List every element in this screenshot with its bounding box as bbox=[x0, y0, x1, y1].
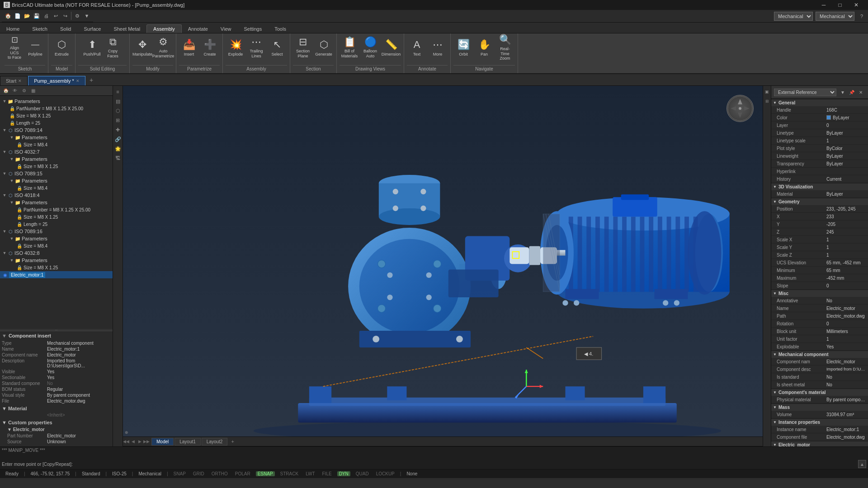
tree-item[interactable]: 🔒 Size = M8 X 1.25 bbox=[0, 213, 113, 221]
layout-nav-first[interactable]: ◀◀ bbox=[123, 438, 129, 445]
select-button[interactable]: ↖ Select bbox=[267, 35, 287, 60]
constraint-icon-button[interactable]: 🔗 bbox=[114, 135, 122, 143]
tree-item[interactable]: ▼ ⬡ ISO 7089:16 bbox=[0, 228, 113, 235]
maximize-button[interactable]: □ bbox=[832, 0, 848, 10]
view-panel-button[interactable]: ⊞ bbox=[763, 97, 771, 105]
redo-button[interactable]: ↪ bbox=[61, 11, 70, 20]
tab-view[interactable]: View bbox=[214, 25, 238, 33]
snap-icon-button[interactable]: ✚ bbox=[114, 126, 122, 134]
status-snap[interactable]: SNAP bbox=[172, 471, 188, 476]
compass-widget[interactable] bbox=[726, 95, 754, 122]
prop-section-electricmotor[interactable]: ▼ Electric_motor bbox=[771, 441, 868, 446]
layout-nav-next[interactable]: ▶ bbox=[137, 438, 143, 445]
tab-sheet-metal[interactable]: Sheet Metal bbox=[107, 25, 146, 33]
polyline-button[interactable]: — Polyline bbox=[25, 35, 45, 60]
tree-item[interactable]: ▼ 📁 Parameters bbox=[0, 235, 113, 242]
status-file[interactable]: FILE bbox=[321, 471, 334, 476]
workspace-dropdown[interactable]: Mechanical bbox=[774, 12, 813, 21]
layout-nav-last[interactable]: ▶▶ bbox=[143, 438, 150, 445]
tree-item[interactable]: 🔒 Size = M8 X 1.25 bbox=[0, 264, 113, 271]
tab-home[interactable]: Home bbox=[0, 25, 26, 33]
tree-item[interactable]: 🔒 Size = M8 X 1.25 bbox=[0, 163, 113, 170]
props-options-button[interactable]: ▼ bbox=[838, 88, 847, 97]
layout-nav-prev[interactable]: ◀ bbox=[130, 438, 136, 445]
properties-dropdown[interactable]: External Reference bbox=[774, 89, 836, 96]
status-esnap[interactable]: ESNAP bbox=[256, 471, 275, 476]
layout-tab-model[interactable]: Model bbox=[151, 438, 174, 446]
status-mechanical[interactable]: Mechanical bbox=[137, 471, 163, 476]
tree-item[interactable]: 🔒 Size = M8.4 bbox=[0, 242, 113, 249]
prop-section-general[interactable]: ▼ General bbox=[771, 99, 868, 106]
new-button[interactable]: 📄 bbox=[13, 11, 22, 20]
text-button[interactable]: A Text bbox=[407, 35, 427, 60]
prop-section-misc[interactable]: ▼ Misc bbox=[771, 290, 868, 297]
status-grid[interactable]: GRID bbox=[191, 471, 206, 476]
tree-item[interactable]: ▼ 📁 Parameters bbox=[0, 155, 113, 163]
tree-item[interactable]: 🔒 Size = M8.4 bbox=[0, 141, 113, 148]
tree-item[interactable]: ▼ ⬡ ISO 7089:14 bbox=[0, 127, 113, 134]
extrude-button[interactable]: ⬡ Extrude bbox=[52, 35, 72, 60]
tree-item[interactable]: 🔒 Size = M8 X 1.25 bbox=[0, 112, 113, 119]
prop-section-instance[interactable]: ▼ Instance properties bbox=[771, 418, 868, 426]
home-button[interactable]: 🏠 bbox=[4, 11, 13, 20]
insert-button[interactable]: 📥 Insert bbox=[179, 35, 199, 60]
status-ortho[interactable]: ORTHO bbox=[210, 471, 230, 476]
tab-start[interactable]: Start ✕ bbox=[0, 76, 28, 85]
align-ucs-button[interactable]: ⊡ Align UCSto Face bbox=[5, 35, 24, 60]
tree-item-electric-motor[interactable]: ◉ Electric_motor:1 bbox=[0, 271, 113, 278]
manipulate-button[interactable]: ✥ Manipulate bbox=[132, 35, 152, 60]
tab-solid[interactable]: Solid bbox=[54, 25, 77, 33]
pan-button[interactable]: ✋ Pan bbox=[474, 35, 494, 60]
tab-tools[interactable]: Tools bbox=[268, 25, 292, 33]
status-lwt[interactable]: LWT bbox=[304, 471, 316, 476]
push-pull-button[interactable]: ⬆ Push/Pull bbox=[82, 35, 102, 60]
tree-item[interactable]: ▼ 📁 Parameters bbox=[0, 134, 113, 141]
settings-button[interactable]: ⚙ bbox=[73, 11, 82, 20]
tree-home-button[interactable]: 🏠 bbox=[2, 87, 10, 95]
tree-item[interactable]: ▼ ⬡ ISO 7089:15 bbox=[0, 170, 113, 177]
block-icon-button[interactable]: ⬡ bbox=[114, 107, 122, 115]
structure-icon-button[interactable]: 🏗 bbox=[114, 154, 122, 162]
layer-icon-button[interactable]: ▤ bbox=[114, 97, 122, 105]
help-button[interactable]: ? bbox=[857, 12, 866, 21]
tab-pump-assembly[interactable]: Pump_assembly * ✕ bbox=[28, 76, 85, 85]
viewport[interactable]: ◀ 4. bbox=[123, 86, 763, 436]
generate-button[interactable]: ⬡ Generate bbox=[314, 35, 334, 60]
tree-item[interactable]: ▼ ⬡ ISO 4032:7 bbox=[0, 148, 113, 155]
status-iso25[interactable]: ISO-25 bbox=[110, 471, 128, 476]
prop-section-geometry[interactable]: ▼ Geometry bbox=[771, 198, 868, 205]
tab-assembly[interactable]: Assembly bbox=[146, 24, 182, 33]
tab-settings[interactable]: Settings bbox=[237, 25, 268, 33]
copy-faces-button[interactable]: ⧉ CopyFaces bbox=[103, 35, 123, 60]
dimension-button[interactable]: 📏 Dimension bbox=[381, 35, 401, 60]
tree-item[interactable]: 🔒 Length = 25 bbox=[0, 119, 113, 127]
render-icon-button[interactable]: 🌟 bbox=[114, 145, 122, 153]
more-annotate-button[interactable]: ⋯ More bbox=[428, 35, 448, 60]
customize-button[interactable]: ▼ bbox=[82, 11, 91, 20]
open-button[interactable]: 📂 bbox=[23, 11, 32, 20]
prop-section-3dvis[interactable]: ▼ 3D Visualization bbox=[771, 183, 868, 190]
layout-tab-add[interactable]: + bbox=[228, 438, 236, 445]
close-button[interactable]: ✕ bbox=[848, 0, 864, 10]
tree-item[interactable]: 🔒 Size = M8.4 bbox=[0, 184, 113, 192]
status-polar[interactable]: POLAR bbox=[233, 471, 252, 476]
tree-item[interactable]: ▼ 📁 Parameters bbox=[0, 177, 113, 184]
tab-start-close[interactable]: ✕ bbox=[18, 79, 22, 83]
tree-item[interactable]: 🔒 Length = 25 bbox=[0, 221, 113, 228]
tree-item[interactable]: ▼ ⬡ ISO 4018:4 bbox=[0, 192, 113, 199]
tab-add-button[interactable]: + bbox=[86, 75, 97, 85]
status-standard[interactable]: Standard bbox=[80, 471, 102, 476]
tab-surface[interactable]: Surface bbox=[77, 25, 107, 33]
tab-annotate[interactable]: Annotate bbox=[182, 25, 214, 33]
print-button[interactable]: 🖨 bbox=[42, 11, 51, 20]
status-lockup[interactable]: LOCKUP bbox=[374, 471, 396, 476]
props-close-button[interactable]: ✕ bbox=[856, 88, 865, 97]
tree-item[interactable]: 🔒 PartNumber = M8 X 1.25 X 25.00 bbox=[0, 105, 113, 112]
layout-tab-layout1[interactable]: Layout1 bbox=[175, 438, 201, 446]
explode-button[interactable]: 💥 Explode bbox=[226, 35, 245, 60]
tree-item[interactable]: ▼ 📁 Parameters bbox=[0, 257, 113, 264]
tree-settings-button[interactable]: ⚙ bbox=[20, 87, 28, 95]
tab-pump-close[interactable]: ✕ bbox=[76, 79, 80, 83]
tab-sketch[interactable]: Sketch bbox=[26, 25, 54, 33]
xref-icon-button[interactable]: ⊞ bbox=[114, 116, 122, 124]
